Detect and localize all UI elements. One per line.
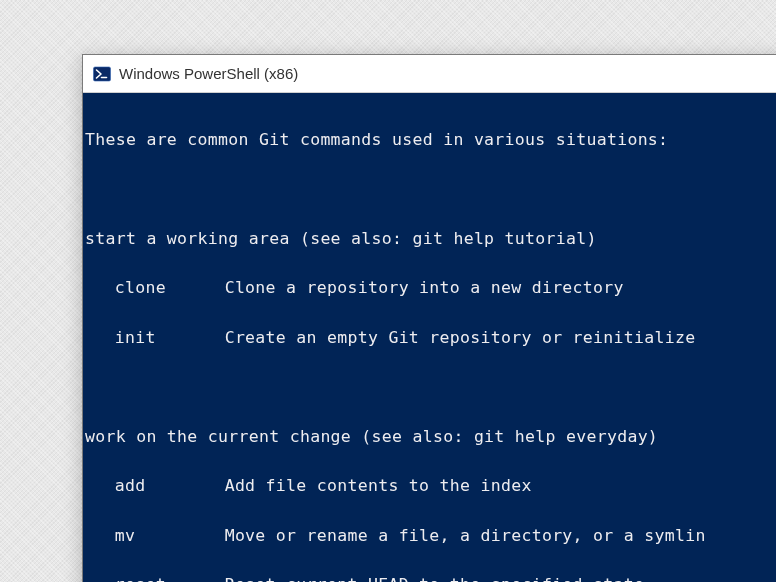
terminal-line: These are common Git commands used in va… [85, 128, 776, 153]
powershell-icon [93, 65, 111, 83]
titlebar[interactable]: Windows PowerShell (x86) [83, 55, 776, 93]
command-desc: Add file contents to the index [225, 476, 532, 495]
terminal-output[interactable]: These are common Git commands used in va… [83, 93, 776, 582]
command-name: reset [115, 573, 204, 582]
command-desc: Move or rename a file, a directory, or a… [225, 526, 706, 545]
command-row: add Add file contents to the index [85, 474, 776, 499]
command-row: reset Reset current HEAD to the specifie… [85, 573, 776, 582]
command-desc: Reset current HEAD to the specified stat… [225, 575, 645, 582]
command-desc: Clone a repository into a new directory [225, 278, 624, 297]
section-heading: work on the current change (see also: gi… [85, 425, 776, 450]
section-heading: start a working area (see also: git help… [85, 227, 776, 252]
command-name: add [115, 474, 204, 499]
command-row: init Create an empty Git repository or r… [85, 326, 776, 351]
terminal-blank [85, 375, 776, 400]
command-name: mv [115, 524, 204, 549]
terminal-blank [85, 177, 776, 202]
command-desc: Create an empty Git repository or reinit… [225, 328, 706, 347]
svg-rect-0 [94, 67, 111, 81]
powershell-window: Windows PowerShell (x86) These are commo… [82, 54, 776, 582]
command-row: mv Move or rename a file, a directory, o… [85, 524, 776, 549]
window-title: Windows PowerShell (x86) [119, 65, 298, 82]
command-name: init [115, 326, 204, 351]
command-name: clone [115, 276, 204, 301]
command-row: clone Clone a repository into a new dire… [85, 276, 776, 301]
